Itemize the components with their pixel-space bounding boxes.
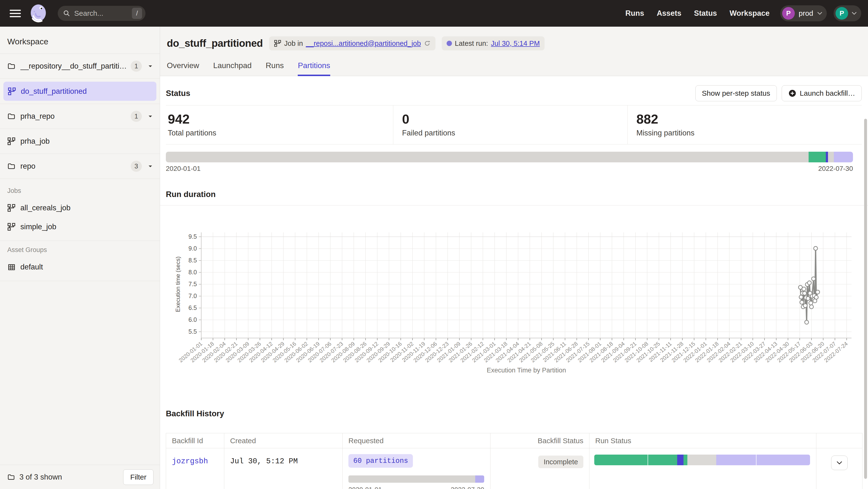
stat-failed-partitions: 0 Failed partitions	[393, 105, 627, 144]
bar-segment	[716, 455, 756, 465]
sidebar-item-label: do_stuff_partitioned	[21, 87, 87, 96]
col-requested: Requested	[343, 433, 491, 448]
job-tabs: Overview Launchpad Runs Partitions	[167, 61, 858, 76]
requested-range-start: 2020-01-01	[348, 486, 382, 489]
job-origin-prefix: Job in	[284, 39, 303, 47]
dagster-logo-icon[interactable]	[28, 3, 49, 24]
sidebar-footer: 3 of 3 shown Filter	[0, 465, 160, 489]
stat-value: 0	[402, 112, 627, 126]
bar-segment	[756, 455, 810, 465]
sidebar-item-do-stuff-partitioned[interactable]: do_stuff_partitioned	[3, 82, 156, 101]
run-status-dot	[446, 41, 452, 46]
bar-segment	[826, 152, 828, 162]
filter-button[interactable]: Filter	[123, 469, 153, 485]
nav-link-runs[interactable]: Runs	[625, 9, 644, 18]
run-status-bar[interactable]	[594, 455, 810, 465]
partition-range-start: 2020-01-01	[166, 165, 200, 172]
svg-text:6.0: 6.0	[188, 316, 197, 323]
nav-link-workspace[interactable]: Workspace	[730, 9, 770, 18]
svg-text:Execution time (secs): Execution time (secs)	[175, 256, 181, 312]
sidebar-item-simple-job[interactable]: simple_job	[0, 217, 160, 236]
col-backfill-status: Backfill Status	[491, 433, 589, 448]
svg-text:7.5: 7.5	[188, 281, 197, 287]
sidebar-item-default-asset-group[interactable]: default	[0, 258, 160, 276]
tab-runs[interactable]: Runs	[266, 61, 284, 76]
tab-overview[interactable]: Overview	[167, 61, 199, 76]
chevron-down-icon	[836, 461, 842, 465]
job-icon	[7, 137, 16, 145]
table-header-row: Backfill Id Created Requested Backfill S…	[166, 433, 862, 448]
global-search[interactable]: /	[58, 6, 146, 21]
bar-segment	[648, 455, 677, 465]
requested-range-end: 2022-07-30	[451, 486, 484, 489]
top-nav: / Runs Assets Status Workspace P prod P	[0, 0, 868, 27]
deployment-switcher[interactable]: P prod	[780, 5, 827, 21]
job-origin-badge: Job in __reposi...artitioned@partitioned…	[269, 36, 435, 51]
refresh-icon[interactable]	[424, 40, 431, 47]
sidebar-title: Workspace	[0, 27, 160, 54]
vertical-scrollbar[interactable]	[864, 119, 867, 479]
user-menu[interactable]: P	[834, 5, 861, 21]
page-title: do_stuff_partitioned	[167, 38, 263, 49]
sidebar-item-repo[interactable]: repo 3	[0, 154, 160, 179]
requested-partitions-pill[interactable]: 60 partitions	[348, 454, 413, 468]
svg-text:8.5: 8.5	[188, 257, 197, 264]
nav-link-assets[interactable]: Assets	[657, 9, 682, 18]
run-duration-heading: Run duration	[166, 190, 862, 199]
stat-total-partitions: 942 Total partitions	[166, 105, 393, 144]
stat-label: Failed partitions	[402, 129, 627, 137]
latest-run-badge: Latest run: Jul 30, 5:14 PM	[442, 36, 545, 51]
launch-backfill-button[interactable]: Launch backfill…	[782, 85, 862, 101]
folder-icon	[7, 162, 16, 170]
backfill-history-table: Backfill Id Created Requested Backfill S…	[166, 433, 862, 489]
partition-status-bar[interactable]	[166, 152, 853, 162]
user-avatar: P	[836, 7, 848, 20]
search-input[interactable]	[74, 9, 132, 18]
nav-link-status[interactable]: Status	[694, 9, 717, 18]
status-section-heading: Status	[166, 89, 190, 98]
job-icon	[7, 223, 16, 231]
caret-down-icon[interactable]	[148, 165, 153, 168]
col-created: Created	[224, 433, 343, 448]
sidebar-item-prha-job[interactable]: prha_job	[0, 129, 160, 154]
hamburger-menu-icon[interactable]	[10, 8, 21, 19]
sidebar-item-label: default	[20, 263, 43, 271]
run-duration-chart[interactable]: 2020-01-012020-01-182020-02-042020-02-21…	[172, 232, 856, 378]
job-icon	[7, 204, 16, 212]
job-icon	[274, 40, 281, 47]
col-backfill-id: Backfill Id	[166, 433, 224, 448]
tab-partitions[interactable]: Partitions	[298, 61, 330, 76]
stat-missing-partitions: 882 Missing partitions	[628, 105, 862, 144]
partition-stats: 942 Total partitions 0 Failed partitions…	[166, 105, 862, 144]
backfill-status-badge: Incomplete	[538, 456, 583, 468]
partition-range-end: 2022-07-30	[818, 165, 853, 172]
job-origin-link[interactable]: __reposi...artitioned@partitioned_job	[306, 39, 421, 47]
col-run-status: Run Status	[589, 433, 816, 448]
svg-text:9.5: 9.5	[188, 233, 197, 240]
svg-text:7.0: 7.0	[188, 292, 197, 299]
count-badge: 1	[131, 61, 142, 72]
partitions-panel: Status Show per-step status Launch backf…	[160, 76, 868, 489]
sidebar-item-prha-repo[interactable]: prha_repo 1	[0, 104, 160, 129]
asset-group-icon	[7, 263, 16, 271]
search-icon	[63, 10, 70, 17]
deployment-avatar: P	[782, 7, 795, 20]
svg-text:9.0: 9.0	[188, 245, 197, 252]
sidebar-item-label: repo	[20, 162, 127, 171]
caret-down-icon[interactable]	[148, 65, 153, 68]
sidebar-item-all-cereals-job[interactable]: all_cereals_job	[0, 198, 160, 217]
chevron-down-icon	[817, 12, 823, 15]
expand-row-button[interactable]	[831, 456, 848, 470]
stat-value: 882	[637, 112, 862, 126]
table-row: jozrgsbh Jul 30, 5:12 PM 60 partitions 2…	[166, 448, 862, 489]
svg-text:8.0: 8.0	[188, 269, 197, 275]
svg-text:Execution Time by Partition: Execution Time by Partition	[487, 367, 566, 374]
latest-run-link[interactable]: Jul 30, 5:14 PM	[491, 39, 540, 47]
workspace-sidebar: Workspace __repository__do_stuff_partiti…	[0, 27, 160, 489]
job-header: do_stuff_partitioned Job in __reposi...a…	[160, 27, 868, 76]
backfill-id-link[interactable]: jozrgsbh	[172, 457, 208, 465]
caret-down-icon[interactable]	[148, 115, 153, 118]
tab-launchpad[interactable]: Launchpad	[213, 61, 251, 76]
show-per-step-status-button[interactable]: Show per-step status	[695, 85, 777, 101]
sidebar-item-repository-do-stuff[interactable]: __repository__do_stuff_partitio... 1	[0, 54, 160, 79]
